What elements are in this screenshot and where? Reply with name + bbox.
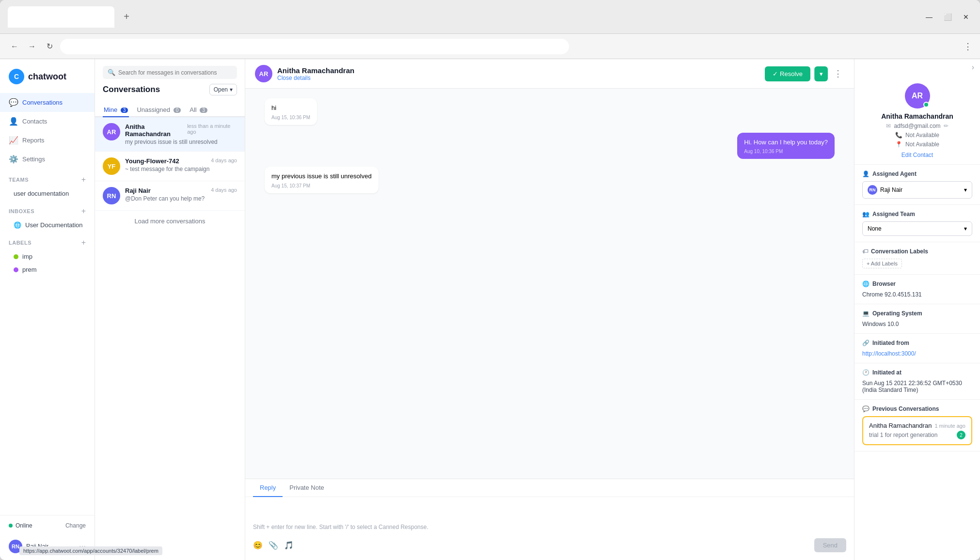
prev-conv-item[interactable]: Anitha Ramachandran 1 minute ago trial 1… [862,416,972,445]
add-team-button[interactable]: + [81,175,86,184]
chat-actions-row: 😊 📎 🎵 Send [253,534,846,554]
reply-tab[interactable]: Reply [253,479,283,497]
refresh-button[interactable]: ↻ [43,40,56,53]
change-status-button[interactable]: Change [65,522,86,529]
new-tab-button[interactable]: + [119,10,134,24]
team-select[interactable]: None ▾ [862,221,972,236]
sidebar-item-settings[interactable]: ⚙️ Settings [0,150,95,169]
search-bar[interactable]: 🔍 [103,66,237,79]
prev-conv-count-badge: 2 [957,431,965,439]
resolve-button[interactable]: ✓ Resolve [765,66,810,81]
sidebar-item-conversations[interactable]: 💬 Conversations [0,93,95,112]
private-note-tab[interactable]: Private Note [283,479,331,497]
initiated-at-section: 🕐 Initiated at Sun Aug 15 2021 22:36:52 … [854,363,980,400]
sidebar-item-contacts[interactable]: 👤 Contacts [0,112,95,131]
conv-item-rn[interactable]: RN Raji Nair 4 days ago @Don Peter can y… [95,181,245,211]
attach-icon[interactable]: 📎 [269,541,278,550]
add-inbox-button[interactable]: + [81,207,86,216]
browser-more-button[interactable]: ⋮ [964,41,972,52]
back-button[interactable]: ← [8,40,21,53]
browser-value: Chrome 92.0.4515.131 [862,291,972,298]
conv-item-yf[interactable]: YF Young-Flower-742 4 days ago ~ test me… [95,152,245,181]
inbox-label: User Documentation [25,221,83,229]
load-more-button[interactable]: Load more conversations [95,211,245,232]
mine-badge: 3 [121,108,128,113]
browser-tab[interactable] [8,6,114,28]
conv-content-yf: Young-Flower-742 4 days ago ~ test messa… [125,157,237,175]
sidebar-label-imp[interactable]: imp [0,250,95,263]
right-panel: › AR Anitha Ramachandran ✉ adfsd@gmail.c… [854,59,980,560]
tab-mine[interactable]: Mine 3 [103,103,129,117]
url-bar[interactable] [60,39,569,54]
link-icon: 🔗 [862,340,869,346]
chevron-right-icon[interactable]: › [972,63,974,72]
add-label-button[interactable]: + [81,238,86,247]
sidebar-item-reports[interactable]: 📈 Reports [0,131,95,150]
assigned-team-title: 👥 Assigned Team [862,211,972,218]
prev-conv-time: 1 minute ago [934,423,965,429]
initiated-at-value: Sun Aug 15 2021 22:36:52 GMT+0530 (India… [862,380,972,393]
minimize-button[interactable]: — [923,11,935,23]
status-filter[interactable]: Open ▾ [209,84,237,95]
contact-email: adfsd@gmail.com [894,123,940,129]
chat-more-button[interactable]: ⋮ [832,66,844,81]
initiated-at-title: 🕐 Initiated at [862,369,972,376]
prev-conv-title: 💬 Previous Conversations [862,405,972,412]
add-labels-button[interactable]: + Add Labels [862,259,902,268]
conv-preview-rn: @Don Peter can you help me? [125,195,237,202]
contact-section: AR Anitha Ramachandran ✉ adfsd@gmail.com… [854,76,980,165]
sidebar-inbox-user-docs[interactable]: 🌐 User Documentation [0,218,95,232]
close-button[interactable]: ✕ [960,11,972,23]
agent-name: Raji Nair [880,187,902,193]
clock-icon: 🕐 [862,369,869,376]
send-button[interactable]: Send [814,538,846,552]
conv-avatar-yf: YF [103,157,120,175]
teams-label: Teams [9,177,29,183]
unassigned-badge: 0 [174,108,181,113]
prev-conv-icon: 💬 [862,405,869,412]
message-hi: hi Aug 15, 10:36 PM [265,98,317,125]
agent-icon: 👤 [862,171,869,177]
chat-footer-tabs: Reply Private Note [245,479,854,497]
app-window: + — ⬜ ✕ ← → ↻ ⋮ C chatwoot 💬 Conversatio… [0,0,980,560]
conversation-items: AR Anitha Ramachandran less than a minut… [95,117,245,560]
reports-icon: 📈 [9,136,17,145]
sidebar-team-user-documentation[interactable]: user documentation [0,187,95,200]
online-badge [923,102,929,108]
conv-title-row: Conversations Open ▾ [103,84,237,95]
message-input[interactable] [253,503,846,522]
logo: C chatwoot [0,59,95,89]
initiated-from-link[interactable]: http://localhost:3000/ [862,350,972,357]
conv-name-ar: Anitha Ramachandran less than a minute a… [125,123,237,138]
search-input[interactable] [118,69,232,76]
resolve-dropdown-button[interactable]: ▾ [814,66,828,81]
conv-item-ar[interactable]: AR Anitha Ramachandran less than a minut… [95,117,245,152]
tab-all[interactable]: All 3 [189,103,208,117]
close-details-link[interactable]: Close details [277,75,354,81]
forward-button[interactable]: → [25,40,39,53]
sidebar-label-prem[interactable]: prem [0,263,95,276]
online-indicator [9,524,13,528]
assigned-agent-title: 👤 Assigned Agent [862,171,972,177]
emoji-icon[interactable]: 😊 [253,541,263,550]
audio-icon[interactable]: 🎵 [284,541,294,550]
app-body: C chatwoot 💬 Conversations 👤 Contacts 📈 … [0,59,980,560]
conv-list-header: 🔍 Conversations Open ▾ [95,59,245,103]
label-dot-prem [14,267,18,272]
edit-email-icon[interactable]: ✏ [944,123,948,129]
input-hint: Shift + enter for new line. Start with '… [253,524,846,534]
label-icon: 🏷 [862,248,868,255]
sidebar: C chatwoot 💬 Conversations 👤 Contacts 📈 … [0,59,95,560]
prev-conv-header: Anitha Ramachandran 1 minute ago [869,422,965,429]
agent-select[interactable]: RN Raji Nair ▾ [862,181,972,199]
sidebar-item-conversations-label: Conversations [22,99,63,106]
chat-main: AR Anitha Ramachandran Close details ✓ R… [245,59,854,560]
contact-location: Not Available [905,141,939,148]
tab-unassigned[interactable]: Unassigned 0 [136,103,182,117]
edit-contact-link[interactable]: Edit Contact [901,152,933,158]
contact-phone: Not Available [905,132,939,139]
conversations-icon: 💬 [9,98,17,107]
maximize-button[interactable]: ⬜ [941,11,954,23]
os-title: 💻 Operating System [862,310,972,317]
initiated-from-title: 🔗 Initiated from [862,340,972,346]
